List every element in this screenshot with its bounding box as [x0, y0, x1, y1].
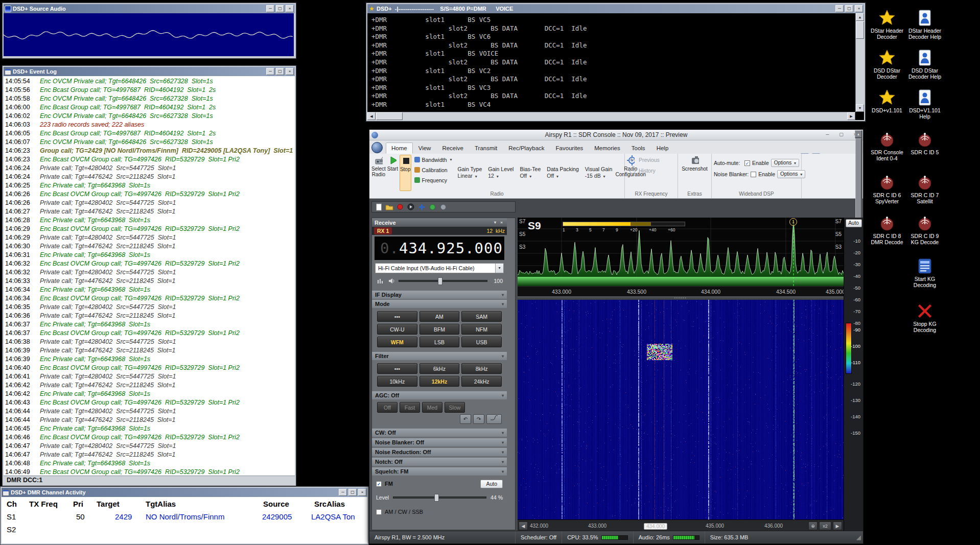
agc-button-fast[interactable]: Fast	[400, 402, 420, 413]
automute-enable-checkbox[interactable]: ✓	[744, 160, 750, 166]
section-noise-blanker[interactable]: Noise Blanker: Off▾	[372, 438, 507, 446]
filter-button-10khz[interactable]: 10kHz	[377, 376, 417, 387]
scrollbar-thumb[interactable]	[856, 21, 864, 39]
ribbon-button-bandwidth[interactable]: Bandwidth▾	[413, 155, 454, 164]
mixer-icon[interactable]	[376, 277, 384, 285]
vertical-scrollbar[interactable]: ▲ ▼	[855, 13, 864, 112]
squelch-auto-button[interactable]: Auto	[480, 480, 503, 488]
filter-button-6khz[interactable]: 6kHz	[419, 363, 460, 374]
frequency-display[interactable]: 0.434.925.000	[375, 236, 504, 260]
add-icon[interactable]	[417, 203, 426, 211]
ribbon-button-calibration[interactable]: Calibration	[413, 165, 454, 175]
zoom-icon[interactable]: ⊕	[808, 522, 818, 530]
desktop-icon-sdr-c-id-5[interactable]: SDR C ID 5	[906, 129, 943, 155]
filter-button-8khz[interactable]: 8kHz	[461, 363, 502, 374]
scroll-right-icon[interactable]: ▶	[847, 112, 855, 120]
desktop-icon-sdr-c-id-7-satellit[interactable]: SDR C ID 7 Satellit	[906, 172, 943, 204]
agc-button-slow[interactable]: Slow	[445, 402, 465, 413]
mode-button-lsb[interactable]: LSB	[419, 337, 460, 347]
receive-panel-header[interactable]: Receive ▾ ×	[372, 218, 507, 227]
am-cw-ssb-checkbox[interactable]	[376, 509, 382, 515]
maximize-button[interactable]: ▢	[834, 131, 848, 139]
close-button[interactable]: ×	[855, 5, 863, 12]
spectrum-waterfall-splitter[interactable]: ••••••	[518, 296, 844, 300]
desktop-icon-sdr-console-ident-0-4[interactable]: SDR Console Ident 0-4	[869, 129, 905, 161]
tab-favourites[interactable]: Favourites	[550, 143, 589, 154]
desktop-icon-sdr-c-id-8-dmr-decode[interactable]: SDR C ID 8 DMR Decode	[869, 212, 905, 245]
desktop-icon-dsd-v1-101-help[interactable]: DSD+V1.101 Help	[906, 87, 943, 120]
minimize-button[interactable]: ─	[266, 5, 274, 12]
section-agc[interactable]: AGC: Off▾	[372, 391, 507, 399]
volume-slider[interactable]	[399, 280, 487, 282]
section-mode[interactable]: Mode▾	[372, 300, 507, 308]
section-if-display[interactable]: IF Display▾	[372, 291, 507, 299]
automute-options-button[interactable]: Options ▾	[771, 159, 799, 167]
horizontal-scrollbar[interactable]: ◀ ▶	[367, 112, 855, 120]
scroll-down-icon[interactable]: ▼	[856, 104, 864, 112]
combo-dropdown-icon[interactable]: ▾	[495, 264, 503, 273]
previous-button[interactable]: Previous	[627, 155, 675, 164]
screenshot-button[interactable]: Screenshot	[680, 155, 709, 191]
tab-transmit[interactable]: Transmit	[469, 143, 503, 154]
maximize-button[interactable]: ▢	[348, 489, 357, 496]
close-button[interactable]: ×	[358, 489, 366, 496]
agc-graph-icon[interactable]	[486, 414, 502, 424]
desktop-icon-start-kg-decoding[interactable]: Start KG Decoding	[906, 255, 943, 288]
ribbon-dropdown-bias-tee[interactable]: Bias-TeeOff ▾	[517, 155, 543, 191]
ribbon-dropdown-data-packing[interactable]: Data PackingOff ▾	[544, 155, 581, 191]
select-radio-button[interactable]: Select Radio	[371, 155, 386, 191]
scroll-up-icon[interactable]: ▲	[856, 13, 864, 21]
ribbon-dropdown-gain-type[interactable]: Gain TypeLinear ▾	[455, 155, 485, 191]
minimize-button[interactable]: ─	[835, 5, 844, 12]
tab-memories[interactable]: Memories	[589, 143, 625, 154]
desktop-icon-stopp-kg-decoding[interactable]: Stopp KG Decoding	[906, 300, 943, 333]
filter-button-12khz[interactable]: 12kHz	[419, 376, 460, 387]
desktop-icon-sdr-c-id-9-kg-decode[interactable]: SDR C ID 9 KG Decode	[906, 212, 943, 245]
history-button[interactable]: History	[627, 165, 675, 175]
green-dot-icon[interactable]	[428, 203, 436, 211]
panel-header-icons[interactable]: ▾ ×	[494, 220, 504, 225]
agc-button-med[interactable]: Med	[422, 402, 442, 413]
volume-slider-thumb[interactable]	[438, 277, 442, 285]
audio-output-select[interactable]: Hi-Fi Cable Input (VB-Audio Hi-Fi Cable)…	[375, 263, 504, 273]
section-filter[interactable]: Filter▾	[372, 352, 507, 360]
minimize-button[interactable]: ─	[266, 68, 274, 75]
desktop-icon-sdr-c-id-6-spyverter[interactable]: SDR C ID 6 SpyVerter	[869, 172, 905, 204]
tab-view[interactable]: View	[413, 143, 437, 154]
nav-right-icon[interactable]: ▶	[833, 522, 842, 530]
ribbon-dropdown-visual-gain[interactable]: Visual Gain-15 dB ▾	[582, 155, 615, 191]
waterfall-display[interactable]	[518, 300, 844, 519]
redo-icon[interactable]: ↷	[473, 414, 484, 424]
section-notch[interactable]: Notch: Off▾	[372, 458, 507, 466]
minimize-button[interactable]: ─	[339, 489, 347, 496]
tab-tools[interactable]: Tools	[626, 143, 651, 154]
record-icon[interactable]	[396, 203, 404, 211]
agc-button-off[interactable]: Off	[377, 402, 398, 413]
nav-left-icon[interactable]: ◀	[519, 522, 528, 530]
filter-button-24khz[interactable]: 24kHz	[461, 376, 502, 387]
new-file-icon[interactable]	[375, 203, 383, 211]
zoom-x2-button[interactable]: x2	[819, 522, 831, 530]
resize-grip[interactable]: ◢	[856, 534, 863, 541]
folder-icon[interactable]	[385, 203, 393, 211]
maximize-button[interactable]: ▢	[276, 5, 284, 12]
section-noise-reduction[interactable]: Noise Reduction: Off▾	[372, 448, 507, 456]
noise-blanker-options-button[interactable]: Options ▾	[777, 170, 805, 178]
spectrum-display[interactable]: S7S5S3 S7S5S3 S9 13579+20+40+60 1	[518, 218, 844, 286]
sdr-titlebar[interactable]: Airspy R1 :: SDR Console :: Nov 09, 2017…	[369, 130, 863, 140]
mode-button-nfm[interactable]: NFM	[461, 324, 502, 335]
play-circle-icon[interactable]	[407, 203, 415, 211]
channel-activity-titlebar[interactable]: DSD+ DMR Channel Activity ─ ▢ ×	[2, 488, 367, 497]
rx-marker[interactable]: 1	[789, 218, 797, 226]
mode-button-bfm[interactable]: BFM	[419, 324, 460, 335]
mode-button-[interactable]: •••	[377, 311, 417, 322]
fm-squelch-checkbox[interactable]: ✓	[376, 481, 382, 487]
dsd-console-titlebar[interactable]: ★ DSD+ -|------------------- S/S=4800 P=…	[367, 4, 864, 13]
minimize-button[interactable]: ─	[821, 131, 834, 139]
mode-button-wfm[interactable]: WFM	[377, 337, 417, 347]
ribbon-button-frequency[interactable]: Frequency	[413, 175, 454, 185]
filter-button-[interactable]: •••	[377, 363, 417, 374]
spectrum-auto-button[interactable]: Auto	[846, 219, 862, 227]
desktop-icon-dstar-header-decoder-help[interactable]: DStar Header Decoder Help	[906, 7, 943, 40]
maximize-button[interactable]: ▢	[276, 68, 284, 75]
